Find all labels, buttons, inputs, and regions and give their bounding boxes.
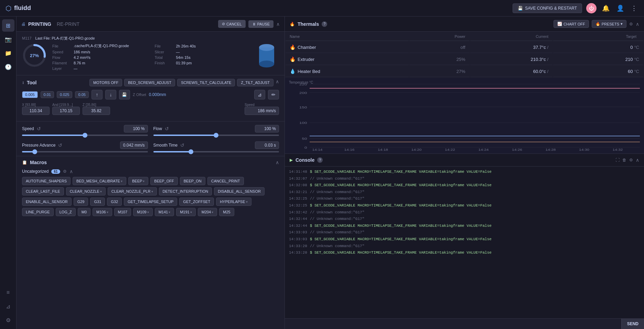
speed-reset-button[interactable]: ↺ [37, 126, 41, 131]
bed-screws-adjust-button[interactable]: BED_SCREWS_ADJUST [124, 79, 175, 86]
console-timestamp: 14:32:25 [289, 203, 307, 208]
console-comment: // Unknown command:"G17" [310, 190, 364, 194]
macro-detect-interruption-button[interactable]: DETECT_INTERRUPTION [159, 187, 212, 195]
macro-cancel-print-button[interactable]: CANCEL_PRINT [207, 177, 244, 185]
z-step-005-button[interactable]: 0.05 [75, 91, 88, 98]
macro-autotune-shapers-button[interactable]: AUTOTUNE_SHAPERS [22, 177, 71, 185]
macro-clear-last-file-button[interactable]: CLEAR_LAST_FILE [22, 187, 64, 195]
macro-m141-button[interactable]: M141 ▾ [155, 208, 174, 216]
pressure-advance-track[interactable] [22, 151, 148, 152]
collapse-macros-icon[interactable]: ∧ [276, 160, 279, 165]
reprint-tab[interactable]: RE-PRINT [57, 21, 79, 27]
macro-m204-button[interactable]: M204 ▾ [198, 208, 217, 216]
console-settings-icon[interactable]: ⚙ [629, 158, 633, 162]
macro-log-z-button[interactable]: LOG_Z [56, 208, 76, 216]
z-step-0005-button[interactable]: 0.005 [22, 91, 38, 98]
macro-hyperlapse-button[interactable]: HYPERLAPSE ▾ [216, 198, 251, 206]
printing-tab[interactable]: PRINTING [28, 21, 51, 27]
thermals-info-icon[interactable]: ? [322, 21, 327, 27]
flow-reset-button[interactable]: ↺ [165, 126, 169, 131]
speed-slider-value[interactable]: 100 % [124, 125, 148, 132]
macro-g31-button[interactable]: G31 [90, 198, 105, 206]
sidebar-item-camera[interactable]: 📷 [2, 33, 14, 45]
smooth-time-value[interactable]: 0.03 s [255, 141, 279, 149]
user-button[interactable]: 👤 [615, 3, 625, 13]
macro-g32-button[interactable]: G32 [107, 198, 122, 206]
save-config-button[interactable]: 💾 SAVE CONFIG & RESTART [513, 3, 582, 13]
z-step-0025-button[interactable]: 0.025 [57, 91, 73, 98]
more-button[interactable]: ⋮ [630, 3, 638, 13]
speed-slider-thumb[interactable] [83, 133, 87, 138]
sidebar-item-history[interactable]: 🕐 [2, 61, 14, 73]
z-down-button[interactable]: ↓ [105, 90, 116, 99]
edit-icon[interactable]: ✏ [268, 90, 279, 99]
macro-beep-button[interactable]: BEEP ▾ [128, 177, 148, 185]
power-button[interactable]: ⏻ [586, 3, 597, 13]
filament-label: Filament [52, 61, 71, 65]
macro-get-timelapse-setup-button[interactable]: GET_TIMELAPSE_SETUP [124, 198, 177, 206]
motors-off-button[interactable]: MOTORS OFF [89, 79, 122, 86]
send-button[interactable]: SEND [621, 319, 644, 329]
smooth-time-thumb[interactable] [189, 149, 193, 154]
console-trash-icon[interactable]: 🗑 [622, 158, 626, 162]
macro-clear-nozzle-button[interactable]: CLEAR_NOZZLE ▾ [66, 187, 106, 195]
console-info-icon[interactable]: ? [317, 157, 323, 163]
pressure-advance-reset[interactable]: ↺ [58, 142, 62, 148]
pressure-advance-thumb[interactable] [32, 149, 37, 154]
macro-m0-button[interactable]: M0 [78, 208, 90, 216]
macro-g29-button[interactable]: G29 [74, 198, 88, 206]
z-tilt-adjust-button[interactable]: Z_TILT_ADJUST [237, 79, 273, 86]
smooth-time-track[interactable] [153, 151, 279, 152]
thermal-target-input[interactable] [619, 57, 633, 62]
macro-m106-button[interactable]: M106 ▾ [93, 208, 112, 216]
category-settings-icon[interactable]: ⚙ [63, 169, 67, 174]
smooth-time-reset[interactable]: ↺ [180, 142, 184, 148]
bell-button[interactable]: 🔔 [601, 3, 611, 13]
thermal-target-input[interactable] [619, 69, 633, 74]
pressure-advance-value[interactable]: 0.042 mm/s [120, 141, 148, 149]
presets-button[interactable]: 🔥 PRESETS ▾ [592, 20, 626, 28]
macro-beep-on-button[interactable]: BEEP_ON [180, 177, 205, 185]
thermal-target-input[interactable] [619, 45, 633, 50]
console-line: 14:32:44$ SET_GCODE_VARIABLE MACRO=TIMEL… [289, 223, 640, 230]
macro-m191-button[interactable]: M191 ▾ [176, 208, 196, 216]
flow-slider-thumb[interactable] [214, 133, 218, 138]
console-expand-icon[interactable]: ⛶ [615, 158, 620, 162]
macro-m107-button[interactable]: M107 [114, 208, 131, 216]
collapse-category-icon[interactable]: ∧ [69, 169, 73, 174]
macro-m109-button[interactable]: M109 ▾ [133, 208, 153, 216]
console-comment: // Unknown command:"G17" [310, 210, 364, 214]
macro-line-purge-button[interactable]: LINE_PURGE [22, 208, 54, 216]
macro-disable-all-sensor-button[interactable]: DISABLE_ALL_SENSOR [214, 187, 265, 195]
chart-off-button[interactable]: 📈 CHART OFF [554, 20, 589, 28]
speed-sub-value: 186 mm/s [245, 107, 279, 115]
sidebar-item-dashboard[interactable]: ⊞ [2, 19, 14, 32]
sidebar-item-tune[interactable]: ⊿ [2, 300, 14, 312]
z-step-001-button[interactable]: 0.01 [41, 91, 54, 98]
svg-point-5 [259, 44, 274, 51]
macro-get-zoffset-button[interactable]: GET_ZOFFSET [179, 198, 214, 206]
z-up-button[interactable]: ↑ [92, 90, 103, 99]
screws-tilt-calculate-button[interactable]: SCREWS_TILT_CALCULATE [177, 79, 235, 86]
flow-slider-value[interactable]: 100 % [255, 125, 279, 132]
collapse-printing-icon[interactable]: ∧ [276, 21, 280, 27]
thermals-settings-icon[interactable]: ⚙ [629, 22, 633, 26]
macro-bed-mesh-calibrate-button[interactable]: BED_MESH_CALIBRATE ▾ [73, 177, 126, 185]
macro-m25-button[interactable]: M25 [219, 208, 234, 216]
z-save-button[interactable]: 💾 [119, 90, 130, 99]
pause-button[interactable]: ⏸ PAUSE [248, 20, 273, 28]
macro-clear-nozzle-plr-button[interactable]: CLEAR_NOZZLE_PLR ▾ [108, 187, 157, 195]
sidebar-item-files[interactable]: 📁 [2, 47, 14, 59]
macro-enable-all-sensor-button[interactable]: ENABLE_ALL_SENSOR [22, 198, 72, 206]
sidebar-item-macros[interactable]: ≡ [2, 286, 14, 299]
collapse-console-icon[interactable]: ∧ [636, 157, 639, 163]
tune-icon[interactable]: ⊿ [254, 90, 265, 99]
sidebar-item-settings[interactable]: ⚙ [2, 314, 14, 326]
speed-slider-track[interactable] [22, 135, 148, 136]
cancel-button[interactable]: ⊘ CANCEL [218, 20, 246, 28]
macro-beep-off-button[interactable]: BEEP_OFF [150, 177, 178, 185]
collapse-tool-icon[interactable]: ∧ [276, 79, 279, 86]
console-input[interactable] [285, 319, 621, 329]
collapse-thermals-icon[interactable]: ∧ [636, 21, 639, 27]
flow-slider-track[interactable] [153, 135, 279, 136]
